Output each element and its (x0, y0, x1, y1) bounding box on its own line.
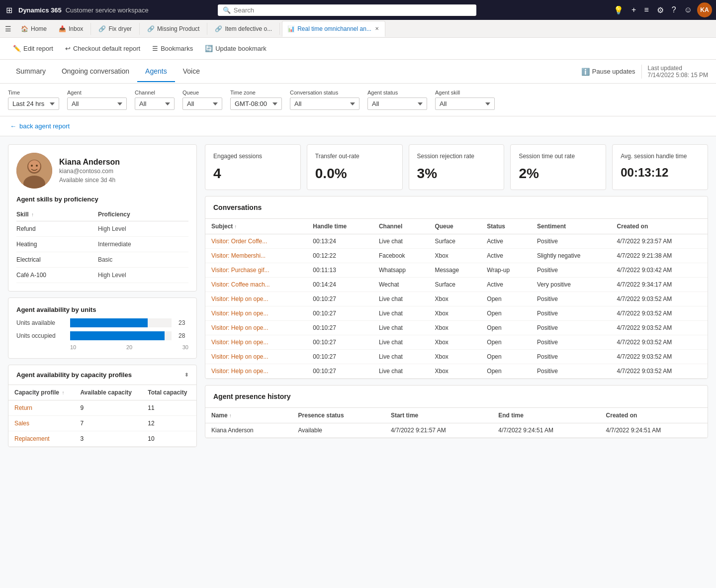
presence-end-time: 4/7/2022 9:24:51 AM (492, 423, 600, 438)
settings-icon[interactable]: ⚙ (654, 2, 667, 18)
capacity-profile-name[interactable]: Replacement (8, 431, 74, 447)
bar-container (70, 318, 172, 327)
capacity-profile-col-header: Capacity profile ↑ (8, 385, 74, 400)
conv-subject[interactable]: Visitor: Help on ope... (205, 292, 307, 306)
tab-home[interactable]: 🏠 Home (15, 21, 52, 37)
metric-transfer-out-rate: Transfer out-rate 0.0% (307, 144, 403, 190)
filter-agent-select[interactable]: All (67, 98, 127, 110)
search-box[interactable]: 🔍 (218, 4, 476, 16)
capacity-sort-icon[interactable]: ↑ (62, 390, 64, 395)
capacity-profile-name[interactable]: Return (8, 400, 74, 416)
conversations-card: Conversations Subject↑Handle timeChannel… (205, 196, 708, 379)
tab-menu-icon[interactable]: ☰ (2, 23, 14, 35)
tab-inbox[interactable]: 📥 Inbox (53, 21, 89, 37)
filter-icon[interactable]: ≡ (641, 2, 651, 17)
tab-close-icon[interactable]: ✕ (374, 25, 380, 32)
tab-item-defective[interactable]: 🔗 Item defective o... (209, 21, 277, 37)
sort-icon[interactable]: ↑ (31, 212, 34, 217)
bookmarks-button[interactable]: ☰ Bookmarks (147, 42, 198, 55)
capacity-profile-name[interactable]: Sales (8, 416, 74, 431)
report-tabs: Summary Ongoing conversation Agents Voic… (8, 61, 208, 82)
capacity-profiles-card: Agent availability by capacity profiles … (8, 365, 197, 447)
bar-chart: Units available 23Units occupied 2810203… (16, 318, 188, 350)
filter-time-label: Time (8, 90, 59, 96)
filter-time: Time Last 24 hrs (8, 90, 59, 110)
conv-status: Open (481, 306, 531, 321)
tab-real-time[interactable]: 📊 Real time omnichannel an... ✕ (282, 21, 385, 37)
edit-report-button[interactable]: ✏️ Edit report (8, 42, 58, 55)
metric-session-timeout-rate: Session time out rate 2% (510, 144, 606, 190)
bar-label: Units occupied (16, 332, 66, 339)
conv-sentiment: Slightly negative (531, 249, 611, 263)
agent-details: Kiana Anderson kiana@contoso.com Availab… (59, 158, 188, 184)
conv-subject[interactable]: Visitor: Membershi... (205, 249, 307, 263)
presence-scroll-container[interactable]: Name↑Presence statusStart timeEnd timeCr… (205, 408, 708, 438)
user-avatar[interactable]: KA (697, 2, 712, 17)
tab-agents[interactable]: Agents (137, 61, 175, 82)
waffle-icon[interactable]: ⊞ (4, 3, 14, 17)
conv-created-on: 4/7/2022 9:03:52 AM (611, 335, 708, 350)
back-link[interactable]: ← back agent report (0, 116, 716, 136)
back-arrow-icon: ← (10, 122, 16, 130)
filter-queue-select[interactable]: All (182, 98, 222, 110)
skill-name: Refund (16, 221, 98, 237)
conv-handle-time: 00:10:27 (307, 321, 373, 335)
conversations-scroll-container[interactable]: Subject↑Handle timeChannelQueueStatusSen… (205, 219, 708, 379)
filter-channel-select[interactable]: All (135, 98, 175, 110)
lightbulb-icon[interactable]: 💡 (611, 2, 626, 18)
conv-handle-time: 00:10:27 (307, 306, 373, 321)
availability-units-title: Agent availability by units (16, 306, 188, 313)
search-input[interactable] (234, 6, 471, 14)
filter-agent-skill-select[interactable]: All (435, 98, 495, 110)
conversation-row: Visitor: Help on ope... 00:10:27 Live ch… (205, 306, 708, 321)
metric-session-rejection-rate: Session rejection rate 3% (409, 144, 505, 190)
presence-column-header: Start time (385, 408, 492, 423)
tab-voice[interactable]: Voice (175, 61, 208, 82)
svg-point-4 (31, 165, 33, 167)
tab-missing-product[interactable]: 🔗 Missing Product (142, 21, 205, 37)
metric-value: 00:13:12 (621, 166, 700, 180)
tab-ongoing-conversation[interactable]: Ongoing conversation (54, 61, 137, 82)
conversation-row: Visitor: Coffee mach... 00:14:24 Wechat … (205, 278, 708, 292)
presence-column-header: Presence status (292, 408, 385, 423)
conv-subject[interactable]: Visitor: Coffee mach... (205, 278, 307, 292)
filter-conversation-status: Conversation status All (290, 90, 359, 110)
bar-row: Units available 23 (16, 318, 188, 327)
agent-email: kiana@contoso.com (59, 168, 188, 175)
conv-queue: Xbox (429, 350, 481, 364)
checkout-default-button[interactable]: ↩ Checkout default report (60, 42, 145, 55)
presence-name: Kiana Anderson (205, 423, 292, 438)
checkout-icon: ↩ (65, 45, 71, 52)
conv-subject[interactable]: Visitor: Help on ope... (205, 306, 307, 321)
conv-sentiment: Positive (531, 364, 611, 379)
bar-fill (70, 331, 165, 340)
capacity-profile-row: Return 9 11 (8, 400, 196, 416)
conv-subject[interactable]: Visitor: Help on ope... (205, 350, 307, 364)
conv-channel: Live chat (373, 321, 429, 335)
pause-icon: ℹ️ (581, 68, 590, 76)
filter-time-select[interactable]: Last 24 hrs (8, 98, 59, 110)
help-icon[interactable]: ? (669, 2, 679, 17)
filter-conv-status-select[interactable]: All (290, 98, 359, 110)
conv-handle-time: 00:10:27 (307, 364, 373, 379)
metric-title: Transfer out-rate (315, 153, 394, 160)
skill-name: Electrical (16, 252, 98, 268)
conv-subject[interactable]: Visitor: Help on ope... (205, 364, 307, 379)
conv-subject[interactable]: Visitor: Purchase gif... (205, 263, 307, 278)
tab-summary[interactable]: Summary (8, 61, 54, 82)
bookmarks-icon: ☰ (152, 45, 158, 52)
add-icon[interactable]: + (628, 2, 639, 17)
filter-agent-status-select[interactable]: All (367, 98, 427, 110)
tab-fix-dryer[interactable]: 🔗 Fix dryer (93, 21, 137, 37)
presence-history-card: Agent presence history Name↑Presence sta… (205, 385, 708, 438)
scroll-indicator: ⬍ (184, 372, 188, 378)
smiley-icon[interactable]: ☺ (681, 2, 695, 17)
capacity-profiles-scroll[interactable]: Capacity profile ↑ Available capacity To… (8, 385, 196, 447)
update-bookmark-button[interactable]: 🔄 Update bookmark (200, 42, 271, 55)
conv-subject[interactable]: Visitor: Help on ope... (205, 335, 307, 350)
pause-updates-button[interactable]: ℹ️ Pause updates (581, 68, 635, 76)
conv-subject[interactable]: Visitor: Order Coffe... (205, 234, 307, 249)
total-capacity-col-header: Total capacity (142, 385, 196, 400)
conv-subject[interactable]: Visitor: Help on ope... (205, 321, 307, 335)
filter-timezone-select[interactable]: GMT-08:00 (230, 98, 282, 110)
